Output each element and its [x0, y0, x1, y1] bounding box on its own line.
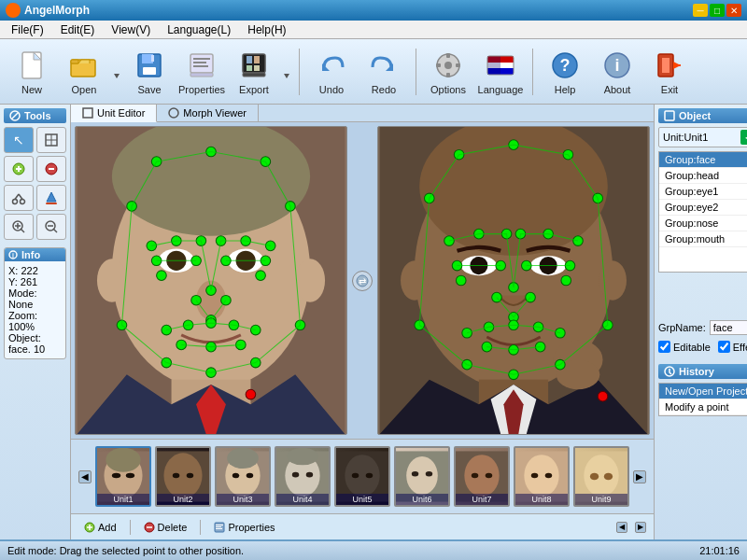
maximize-button[interactable]: □: [710, 4, 725, 17]
group-eye1[interactable]: Group:eye1: [659, 184, 747, 200]
left-face-panel[interactable]: [75, 126, 347, 435]
svg-point-144: [456, 275, 466, 286]
strip-nav-left[interactable]: ◀: [616, 522, 627, 533]
group-eye2[interactable]: Group:eye2: [659, 200, 747, 216]
svg-point-181: [292, 472, 299, 478]
unit-add-btn[interactable]: ◀: [740, 130, 747, 145]
delete-unit-button[interactable]: Delete: [138, 520, 193, 535]
menu-edit[interactable]: Edit(E): [53, 21, 103, 38]
toolbar-open[interactable]: Open: [60, 44, 108, 100]
menu-file[interactable]: File(F): [4, 21, 51, 38]
thumb-unit7[interactable]: Unit7: [454, 446, 510, 507]
toolbar-properties[interactable]: Properties: [177, 44, 226, 100]
swap-button[interactable]: ⇄: [352, 271, 373, 291]
svg-marker-4: [114, 74, 120, 78]
toolbar-new[interactable]: New: [7, 44, 56, 100]
strip-scroll-left[interactable]: ◀: [78, 470, 92, 483]
close-button[interactable]: ✕: [726, 4, 741, 17]
object-list[interactable]: Group:face Group:head Group:eye1 Group:e…: [658, 151, 747, 273]
tool-zoom-out[interactable]: [36, 214, 66, 240]
thumb6-label: Unit6: [396, 494, 448, 505]
tool-cut[interactable]: [4, 185, 34, 211]
svg-point-194: [486, 473, 492, 479]
right-face-panel[interactable]: [377, 126, 650, 435]
properties-unit-button[interactable]: Properties: [208, 520, 280, 535]
svg-point-175: [227, 448, 259, 469]
svg-line-56: [19, 194, 22, 200]
group-face[interactable]: Group:face: [659, 152, 747, 168]
svg-point-96: [256, 271, 266, 281]
object-header: Object: [658, 108, 747, 123]
tool-del-point[interactable]: [36, 156, 66, 182]
tool-fill[interactable]: [36, 185, 66, 211]
hist-new-project[interactable]: New/Open Project: [659, 384, 747, 399]
export-dropdown[interactable]: [282, 63, 291, 80]
titlebar-controls[interactable]: ─ □ ✕: [693, 4, 741, 17]
unit-bar: Unit:Unit1 ◀ ▶ —: [658, 127, 747, 147]
svg-point-198: [545, 473, 552, 479]
info-zoom-label: Zoom:: [8, 310, 62, 321]
svg-rect-8: [151, 55, 154, 62]
effective-checkbox[interactable]: Effective: [718, 341, 747, 353]
undo-label: Undo: [319, 84, 344, 95]
toolbar-undo[interactable]: Undo: [307, 44, 356, 100]
thumb-unit5[interactable]: Unit5: [334, 446, 390, 507]
main-area: Tools ↖: [0, 105, 747, 539]
toolbar-save[interactable]: Save: [125, 44, 174, 100]
exit-icon: [653, 49, 686, 82]
svg-rect-27: [436, 63, 441, 67]
toolbar-help[interactable]: ? Help: [541, 44, 589, 100]
hist-modify-point[interactable]: Modify a point: [659, 399, 747, 415]
thumb-unit1[interactable]: Unit1: [95, 446, 151, 507]
strip-nav-right[interactable]: ▶: [635, 522, 646, 533]
add-unit-button[interactable]: Add: [78, 520, 122, 535]
menu-help[interactable]: Help(H): [240, 21, 293, 38]
toolbar: New Open Save: [0, 39, 747, 105]
svg-point-192: [464, 455, 499, 497]
tool-zoom-in[interactable]: [4, 214, 34, 240]
menu-language[interactable]: Language(L): [160, 21, 238, 38]
tool-zoom-fit[interactable]: [36, 127, 66, 153]
svg-rect-12: [193, 65, 208, 67]
effective-check[interactable]: [718, 341, 730, 353]
strip-scroll-right[interactable]: ▶: [633, 470, 646, 483]
toolbar-separator-1: [299, 49, 300, 95]
open-dropdown[interactable]: [112, 63, 121, 80]
tab-unit-editor[interactable]: Unit Editor: [71, 105, 157, 122]
svg-rect-0: [22, 52, 41, 78]
toolbar-options[interactable]: Options: [424, 44, 472, 100]
options-icon: [431, 49, 465, 82]
thumb-unit9[interactable]: Unit9: [573, 446, 629, 507]
thumb-unit2[interactable]: Unit2: [155, 446, 211, 507]
thumb-unit4[interactable]: Unit4: [275, 446, 331, 507]
tab-morph-viewer[interactable]: Morph Viewer: [157, 105, 259, 121]
thumb-unit8[interactable]: Unit8: [514, 446, 570, 507]
grpname-input[interactable]: [710, 320, 747, 335]
grpname-label: GrpName:: [658, 322, 706, 333]
group-head[interactable]: Group:head: [659, 168, 747, 184]
thumb-unit3[interactable]: Unit3: [215, 446, 271, 507]
toolbar-export[interactable]: Export: [230, 44, 278, 100]
tool-select[interactable]: ↖: [4, 127, 34, 153]
editable-label: Editable: [673, 342, 711, 353]
toolbar-about[interactable]: i About: [593, 44, 641, 100]
group-nose[interactable]: Group:nose: [659, 216, 747, 231]
toolbar-redo[interactable]: Redo: [359, 44, 408, 100]
group-mouth[interactable]: Group:mouth: [659, 231, 747, 247]
menu-view[interactable]: View(V): [104, 21, 158, 38]
svg-point-170: [163, 453, 202, 498]
svg-point-114: [246, 389, 256, 399]
tool-add-point[interactable]: [4, 156, 34, 182]
svg-point-168: [126, 473, 134, 479]
editable-checkbox[interactable]: Editable: [658, 341, 711, 353]
history-list: New/Open Project Modify a point: [658, 383, 747, 416]
toolbar-exit[interactable]: Exit: [645, 44, 694, 100]
save-icon: [133, 49, 166, 82]
export-label: Export: [239, 84, 269, 95]
svg-point-68: [169, 108, 178, 118]
toolbar-language[interactable]: Language: [476, 44, 525, 100]
svg-rect-28: [456, 63, 460, 67]
editable-check[interactable]: [658, 341, 670, 353]
thumb-unit6[interactable]: Unit6: [394, 446, 450, 507]
minimize-button[interactable]: ─: [693, 4, 708, 17]
